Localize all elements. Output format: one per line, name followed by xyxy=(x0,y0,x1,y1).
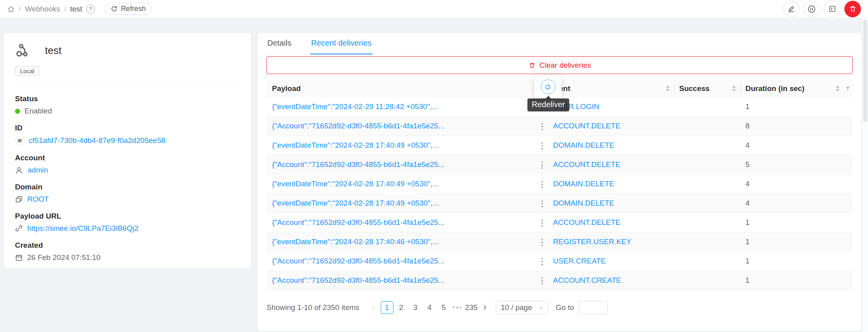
sort-icons[interactable] xyxy=(836,85,840,91)
payload-link[interactable]: {"eventDateTime":"2024-02-29 11:28:42 +0… xyxy=(272,102,438,111)
account-value-link[interactable]: admin xyxy=(28,166,48,174)
scrollbar-thumb[interactable] xyxy=(863,20,867,122)
breadcrumb: / Webhooks / test ? Refresh xyxy=(7,3,152,15)
table-row: {"Account":"71652d92-d3f0-4855-b6d1-4fa1… xyxy=(266,252,853,271)
calendar-icon xyxy=(15,254,23,262)
redeliver-button[interactable] xyxy=(541,80,555,94)
webhook-icon xyxy=(15,43,29,57)
pause-button[interactable] xyxy=(803,1,820,17)
next-page-button[interactable] xyxy=(479,301,491,314)
page-button-4[interactable]: 4 xyxy=(423,301,436,314)
more-actions-icon[interactable]: ⋮ xyxy=(538,199,546,208)
payload-link[interactable]: {"Account":"71652d92-d3f0-4855-b6d1-4fa1… xyxy=(272,122,445,130)
top-bar: / Webhooks / test ? Refresh xyxy=(0,0,868,18)
more-actions-icon[interactable]: ⋮ xyxy=(538,276,546,285)
page-button-2[interactable]: 2 xyxy=(395,301,408,314)
more-actions-icon[interactable]: ⋮ xyxy=(538,238,546,246)
field-id: ID cf51afd7-730b-4db4-87e9-f0a2d205ee58 xyxy=(15,124,240,145)
event-link[interactable]: ACCOUNT.DELETE xyxy=(553,160,620,169)
more-actions-icon[interactable]: ⋮ xyxy=(538,257,546,265)
page-size-select[interactable]: 10 / page xyxy=(496,301,549,314)
sort-icons[interactable] xyxy=(732,85,736,91)
event-link[interactable]: DOMAIN.DELETE xyxy=(553,199,614,208)
column-title: Success xyxy=(679,84,710,93)
event-link[interactable]: DOMAIN.DELETE xyxy=(553,141,614,150)
barcode-icon[interactable] xyxy=(15,136,24,145)
pagination: Showing 1-10 of 2350 items 1 2 3 4 5 •••… xyxy=(266,301,853,314)
code-icon xyxy=(828,5,836,13)
goto-page-input[interactable] xyxy=(579,301,608,314)
tab-details[interactable]: Details xyxy=(266,33,292,54)
jump-next-icon[interactable]: ••• xyxy=(453,303,463,312)
page-button-5[interactable]: 5 xyxy=(438,301,450,314)
field-account: Account admin xyxy=(15,154,240,174)
payload-link[interactable]: {"eventDateTime":"2024-02-28 17:40:49 +0… xyxy=(272,180,439,188)
event-link[interactable]: DOMAIN.DELETE xyxy=(553,180,614,188)
user-icon xyxy=(15,166,23,174)
refresh-button[interactable]: Refresh xyxy=(104,3,152,15)
refresh-label: Refresh xyxy=(121,5,146,13)
prev-page-button[interactable] xyxy=(367,301,380,314)
id-value-link[interactable]: cf51afd7-730b-4db4-87e9-f0a2d205ee58 xyxy=(29,136,166,145)
console-button[interactable] xyxy=(824,1,840,17)
field-label: Created xyxy=(15,241,240,250)
clear-deliveries-button[interactable]: Clear deliveries xyxy=(266,56,853,74)
tab-recent-deliveries[interactable]: Recent deliveries xyxy=(310,33,372,54)
page-button-3[interactable]: 3 xyxy=(409,301,422,314)
duration-value: 1 xyxy=(741,237,853,246)
divider xyxy=(15,85,240,85)
payload-link[interactable]: {"Account":"71652d92-d3f0-4855-b6d1-4fa1… xyxy=(272,257,445,265)
event-link[interactable]: USER.CREATE xyxy=(553,257,606,265)
page-button-1[interactable]: 1 xyxy=(381,301,393,314)
breadcrumb-webhooks[interactable]: Webhooks xyxy=(25,5,60,13)
field-label: Account xyxy=(15,154,240,162)
edit-button[interactable] xyxy=(783,1,799,17)
column-separator xyxy=(741,84,741,93)
field-label: Domain xyxy=(15,183,240,191)
event-link[interactable]: ACCOUNT.DELETE xyxy=(553,218,620,227)
more-actions-icon[interactable]: ⋮ xyxy=(538,141,546,150)
more-actions-icon[interactable]: ⋮ xyxy=(538,122,546,130)
breadcrumb-separator: / xyxy=(19,5,21,13)
redeliver-tooltip: Redeliver xyxy=(527,98,569,111)
more-actions-icon[interactable]: ⋮ xyxy=(538,180,546,188)
payload-link[interactable]: {"eventDateTime":"2024-02-28 17:40:46 +0… xyxy=(272,237,439,246)
page-scrollbar[interactable] xyxy=(862,18,868,332)
status-value: Enabled xyxy=(24,107,52,115)
domain-value-link[interactable]: ROOT xyxy=(27,195,49,204)
event-link[interactable]: REGISTER.USER.KEY xyxy=(553,237,631,246)
filter-icon[interactable] xyxy=(844,85,851,92)
more-actions-icon[interactable]: ⋮ xyxy=(538,219,546,227)
field-created: Created 26 Feb 2024 07:51:10 xyxy=(15,241,240,262)
payload-link[interactable]: {"Account":"71652d92-d3f0-4855-b6d1-4fa1… xyxy=(272,160,445,169)
more-actions-icon[interactable]: ⋮ xyxy=(538,161,546,169)
tooltip-text: Redeliver xyxy=(532,100,565,109)
page-size-value: 10 / page xyxy=(501,303,532,312)
help-question-icon[interactable]: ? xyxy=(86,5,95,13)
payload-link[interactable]: {"eventDateTime":"2024-02-28 17:40:49 +0… xyxy=(272,141,439,149)
table-row: {"Account":"71652d92-d3f0-4855-b6d1-4fa1… xyxy=(266,155,853,174)
payload-link[interactable]: {"Account":"71652d92-d3f0-4855-b6d1-4fa1… xyxy=(272,218,445,226)
table-row: {"eventDateTime":"2024-02-28 17:40:49 +0… xyxy=(266,136,853,155)
event-link[interactable]: ACCOUNT.CREATE xyxy=(553,276,621,285)
payload-url-link[interactable]: https://smee.io/C9LPa7Ei3iB6Qj2 xyxy=(27,224,138,233)
event-link[interactable]: ACCOUNT.DELETE xyxy=(553,122,620,130)
payload-link[interactable]: {"Account":"71652d92-d3f0-4855-b6d1-4fa1… xyxy=(272,276,445,284)
column-header-duration: Duration (in sec) xyxy=(741,80,853,97)
pause-circle-icon xyxy=(807,5,816,13)
delete-button[interactable] xyxy=(844,1,861,17)
column-separator xyxy=(533,84,533,93)
chevron-down-icon xyxy=(538,305,544,310)
breadcrumb-current: test xyxy=(70,5,82,13)
field-label: ID xyxy=(15,124,240,132)
page-button-last[interactable]: 235 xyxy=(465,301,478,314)
column-header-payload: Payload xyxy=(266,80,533,97)
home-icon[interactable] xyxy=(7,5,15,13)
column-title: Duration (in sec) xyxy=(745,84,805,93)
domain-icon xyxy=(15,195,23,203)
table-row: {"eventDateTime":"2024-02-28 17:40:46 +0… xyxy=(266,232,853,252)
duration-value: 4 xyxy=(741,141,853,150)
column-header-success: Success xyxy=(674,80,741,97)
payload-link[interactable]: {"eventDateTime":"2024-02-28 17:40:49 +0… xyxy=(272,199,439,207)
sort-icons[interactable] xyxy=(666,85,670,91)
